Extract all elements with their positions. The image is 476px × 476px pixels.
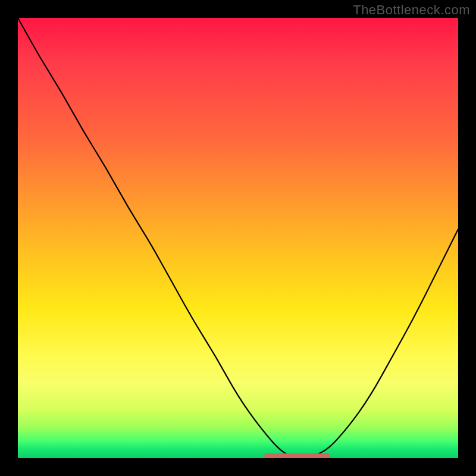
watermark-text: TheBottleneck.com: [353, 2, 470, 18]
plot-area: [18, 18, 458, 458]
chart-frame: TheBottleneck.com: [0, 0, 476, 476]
curve-path: [18, 18, 458, 456]
optimal-range-marker: [264, 453, 330, 458]
bottleneck-curve: [18, 18, 458, 458]
